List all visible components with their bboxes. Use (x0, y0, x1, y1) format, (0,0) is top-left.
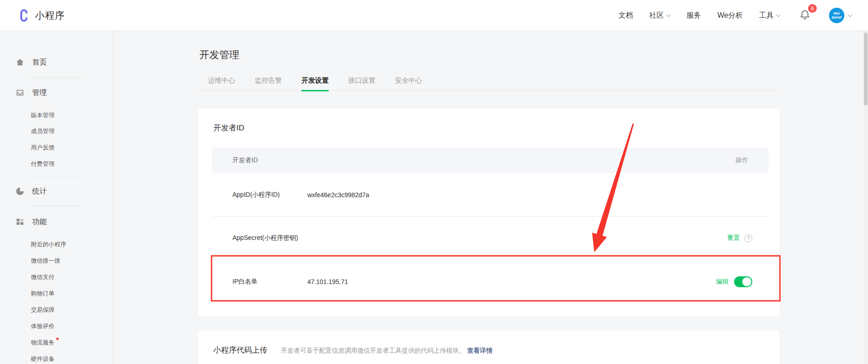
code-upload-description: 开发者可基于配置信息调用微信开发者工具提供的代码上传模块。 (281, 347, 465, 355)
sidebar-divider (31, 206, 82, 206)
new-badge-dot (56, 338, 59, 340)
help-icon[interactable]: ? (745, 234, 752, 242)
table-row-appid: AppID(小程序ID) wxfe46e2c3c9982d7a (212, 173, 769, 217)
table-header-actions: 操作 (735, 156, 748, 165)
appid-value: wxfe46e2c3c9982d7a (307, 191, 369, 199)
sidebar-divider (31, 77, 82, 78)
chevron-down-icon (776, 12, 781, 17)
code-upload-card: 小程序代码上传 开发者可基于配置信息调用微信开发者工具提供的代码上传模块。 查看… (198, 330, 779, 364)
chevron-down-icon (848, 12, 853, 17)
account-menu[interactable]: Niu Shop (829, 8, 852, 23)
sidebar-item-member-management[interactable]: 成员管理 (31, 127, 54, 135)
tab-monitor-alerts[interactable]: 监控告警 (255, 76, 282, 91)
ip-whitelist-label: IP白名单 (232, 278, 307, 286)
view-details-link[interactable]: 查看详情 (467, 347, 493, 355)
sidebar-item-hardware-devices[interactable]: 硬件设备 (31, 355, 54, 363)
header-nav: 文档 社区 服务 We分析 工具 6 Niu Shop (618, 0, 852, 31)
sidebar-item-user-feedback[interactable]: 用户反馈 (31, 144, 54, 152)
sidebar-item-management[interactable]: 管理 (15, 88, 47, 98)
chevron-down-icon (666, 12, 671, 17)
sidebar-item-features[interactable]: 功能 (15, 217, 47, 227)
appsecret-label: AppSecret(小程序密钥) (232, 234, 307, 242)
tab-security-center[interactable]: 安全中心 (395, 76, 422, 91)
nav-services[interactable]: 服务 (686, 11, 701, 20)
logo-text: 小程序 (35, 9, 65, 22)
sidebar-item-version-management[interactable]: 版本管理 (31, 111, 54, 120)
sidebar-item-home[interactable]: 首页 (15, 57, 47, 67)
table-row-ip-whitelist: IP白名单 47.101.195.71 编辑 (212, 260, 769, 304)
sidebar-item-nearby-miniprograms[interactable]: 附近的小程序 (31, 240, 66, 249)
appid-label: AppID(小程序ID) (232, 191, 307, 199)
tab-bar: 运维中心 监控告警 开发设置 接口设置 安全中心 (199, 74, 779, 91)
pie-chart-icon (15, 187, 25, 196)
sidebar-item-payment-management[interactable]: 付费管理 (31, 160, 54, 168)
avatar: Niu Shop (829, 8, 844, 23)
nav-docs[interactable]: 文档 (618, 11, 633, 20)
page-title: 开发管理 (199, 48, 239, 62)
grid-icon (15, 217, 25, 226)
section-title-developer-id: 开发者ID (213, 123, 244, 133)
table-row-appsecret: AppSecret(小程序密钥) 重置 ? (212, 217, 769, 260)
table-header-row: 开发者ID 操作 (212, 148, 769, 173)
sidebar-item-logistics-service[interactable]: 物流服务 (31, 339, 59, 347)
sidebar-item-wechat-search[interactable]: 微信搜一搜 (31, 257, 60, 265)
sidebar-item-shopping-orders[interactable]: 购物订单 (31, 289, 54, 298)
sidebar-item-statistics[interactable]: 统计 (15, 186, 47, 196)
sidebar: 首页 管理 版本管理 成员管理 用户反馈 付费管理 统计 功能 (0, 31, 113, 364)
ip-whitelist-toggle[interactable] (734, 276, 752, 287)
sidebar-item-transaction-guarantee[interactable]: 交易保障 (31, 306, 54, 314)
scrollbar-track[interactable] (863, 31, 868, 364)
mini-program-logo-icon (16, 9, 30, 22)
tab-api-settings[interactable]: 接口设置 (348, 76, 375, 91)
notification-badge: 6 (808, 4, 817, 13)
ip-whitelist-value: 47.101.195.71 (307, 278, 348, 285)
nav-we-analytics[interactable]: We分析 (717, 11, 743, 20)
home-icon (15, 58, 25, 67)
app-logo[interactable]: 小程序 (16, 0, 65, 31)
developer-id-card: 开发者ID 开发者ID 操作 AppID(小程序ID) wxfe46e2c3c9… (198, 109, 779, 316)
edit-button[interactable]: 编辑 (716, 278, 729, 286)
toggle-knob (742, 277, 751, 286)
tab-dev-settings[interactable]: 开发设置 (301, 76, 329, 91)
top-header: 小程序 文档 社区 服务 We分析 工具 6 Niu (0, 0, 868, 31)
notification-bell-button[interactable]: 6 (799, 9, 811, 22)
inbox-icon (15, 88, 25, 97)
reset-button[interactable]: 重置 (727, 234, 740, 242)
nav-tools[interactable]: 工具 (759, 11, 780, 20)
sidebar-item-wechat-pay[interactable]: 微信支付 (31, 273, 54, 281)
sidebar-item-experience-rating[interactable]: 体验评价 (31, 322, 54, 330)
scrollbar-thumb[interactable] (864, 33, 868, 105)
section-title-code-upload: 小程序代码上传 (213, 345, 267, 355)
nav-community[interactable]: 社区 (649, 11, 670, 20)
table-header-developer-id: 开发者ID (232, 156, 258, 165)
sidebar-divider (31, 176, 82, 176)
tab-ops-center[interactable]: 运维中心 (208, 76, 235, 91)
